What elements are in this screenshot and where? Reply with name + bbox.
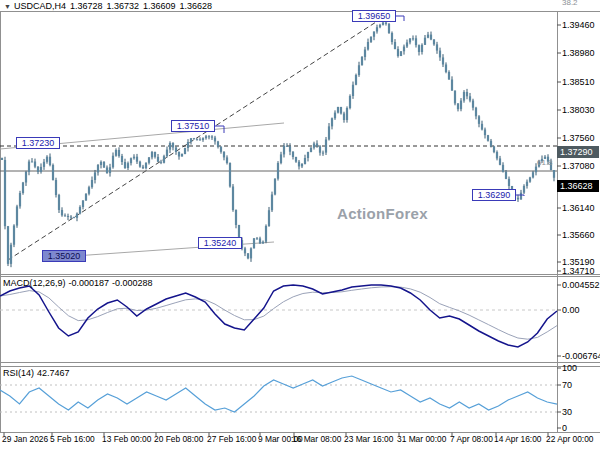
candle-body: [421, 45, 423, 52]
candle-body: [487, 135, 489, 141]
y-axis-label: 1.37080: [562, 161, 595, 172]
candle-body: [4, 160, 6, 226]
candle-body: [139, 162, 141, 167]
x-axis-label: 5 Feb 16:00: [50, 434, 95, 444]
candle-body: [460, 101, 462, 110]
candle-body: [196, 139, 198, 140]
price-annotation[interactable]: 1.37230: [16, 137, 60, 149]
macd-value-signal: -0.000288: [112, 278, 153, 288]
current-price-label: 1.36628: [557, 180, 599, 192]
candle-body: [499, 158, 501, 164]
candle-body: [247, 253, 249, 258]
candle-body: [412, 38, 414, 39]
candle-body: [190, 138, 192, 142]
annotation-leader: [396, 16, 404, 21]
candle-body: [97, 165, 99, 172]
candle-body: [46, 157, 48, 162]
candle-body: [202, 138, 204, 140]
candle-body: [283, 146, 285, 155]
candle-body: [532, 172, 534, 177]
price-annotation[interactable]: 1.35020: [42, 250, 86, 262]
candle-body: [121, 156, 123, 162]
candle-body: [58, 195, 60, 210]
candle-body: [232, 186, 234, 210]
candle-body: [457, 103, 459, 109]
macd-header: MACD(12,26,9)-0.000187-0.000288: [3, 278, 156, 288]
mt4-chart-window: ▼USDCAD,H41.367281.367321.366091.36628 3…: [0, 0, 600, 450]
x-axis-label: 13 Feb 00:00: [102, 434, 151, 444]
candle-body: [175, 147, 177, 152]
candle-body: [379, 25, 381, 27]
x-axis-label: 16 Mar 08:00: [292, 434, 341, 444]
candle-body: [151, 152, 153, 157]
candle-body: [184, 148, 186, 154]
y-axis-label: 1.36140: [562, 203, 595, 214]
candle-body: [157, 157, 159, 162]
candle-body: [109, 167, 111, 173]
candle-body: [424, 38, 426, 45]
price-annotation[interactable]: 1.35240: [198, 237, 242, 249]
candle-body: [76, 214, 78, 218]
y-axis-label: 1.38980: [562, 48, 595, 59]
candle-body: [67, 216, 69, 217]
candle-body: [88, 187, 90, 194]
candle-body: [367, 42, 369, 50]
candle-body: [130, 158, 132, 163]
candle-body: [328, 126, 330, 139]
candle-body: [325, 139, 327, 152]
candle-body: [394, 42, 396, 49]
x-axis-label: 23 Mar 16:00: [344, 434, 393, 444]
candle-body: [427, 35, 429, 38]
candle-body: [172, 143, 174, 148]
x-axis-label: 27 Feb 16:00: [207, 434, 256, 444]
candle-body: [376, 27, 378, 31]
collapse-triangle-icon[interactable]: ▼: [4, 3, 11, 10]
candle-body: [505, 172, 507, 179]
candle-body: [187, 142, 189, 148]
chart-canvas[interactable]: [0, 0, 600, 450]
macd-signal-line: [0, 287, 557, 340]
price-annotation[interactable]: 1.39650: [352, 10, 396, 22]
candle-body: [451, 80, 453, 91]
candle-body: [391, 33, 393, 42]
candle-body: [31, 162, 33, 163]
price-annotation[interactable]: 1.37510: [171, 120, 215, 132]
candle-body: [463, 92, 465, 101]
candle-body: [289, 146, 291, 151]
candle-body: [274, 179, 276, 195]
candle-body: [529, 177, 531, 181]
candle-body: [319, 146, 321, 152]
candle-body: [163, 156, 165, 163]
candle-body: [205, 136, 207, 138]
candle-body: [235, 210, 237, 225]
watermark: ActionForex: [337, 205, 428, 222]
candle-body: [268, 210, 270, 226]
macd-value-main: -0.000187: [69, 278, 110, 288]
candle-body: [262, 242, 264, 244]
candle-body: [70, 217, 72, 218]
candle-body: [145, 163, 147, 168]
candle-body: [193, 138, 195, 139]
candle-body: [316, 143, 318, 146]
candle-body: [265, 226, 267, 242]
candle-body: [271, 194, 273, 210]
rsi-axis-label: 0: [562, 423, 567, 434]
candle-body: [118, 150, 120, 156]
candle-body: [259, 238, 261, 243]
macd-axis-label: 0.004552: [562, 280, 600, 291]
quote-open: 1.36728: [70, 1, 103, 11]
candle-body: [226, 157, 228, 163]
candle-body: [85, 194, 87, 201]
candle-body: [256, 238, 258, 239]
x-axis-label: 31 Mar 00:00: [397, 434, 446, 444]
candle-body: [223, 152, 225, 158]
price-annotation[interactable]: 1.36290: [472, 189, 516, 201]
candle-body: [343, 113, 345, 120]
candle-body: [181, 154, 183, 156]
candle-body: [340, 107, 342, 114]
candle-body: [94, 172, 96, 179]
rsi-axis-label: 30: [562, 407, 572, 418]
candle-body: [454, 91, 456, 104]
candle-body: [49, 157, 51, 165]
candle-body: [490, 141, 492, 147]
